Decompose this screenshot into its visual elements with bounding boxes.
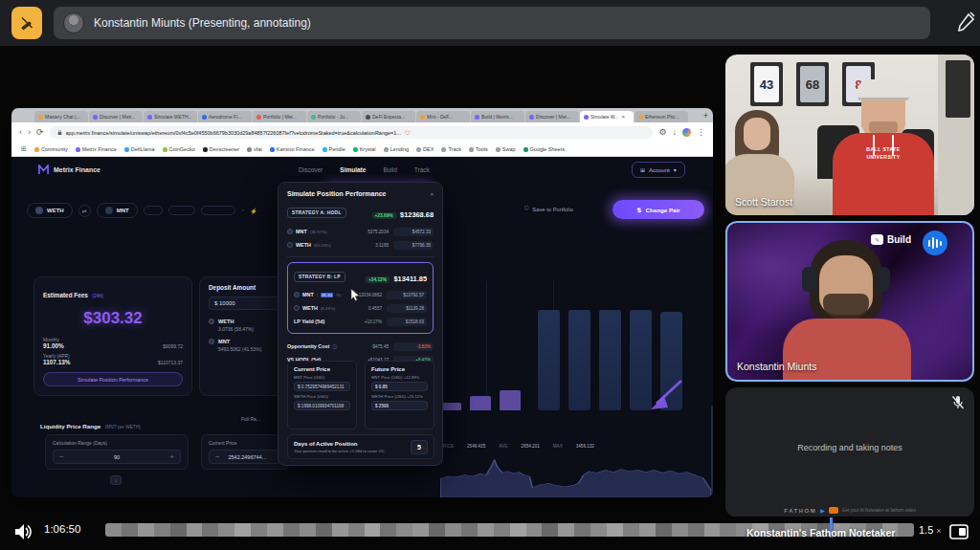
future-mnt-price-input[interactable]: $ 0.85 (371, 382, 428, 391)
tab-label: Portfolio - Ju... (318, 114, 348, 120)
bookmark-item[interactable]: Tools (469, 146, 488, 152)
speaking-indicator (923, 231, 947, 255)
browser-tab[interactable]: Discover | Metr... (89, 111, 143, 122)
browser-tab[interactable]: Build | Metrix... (471, 111, 524, 122)
save-to-portfolio-button[interactable]: ⛉Save to Portfolio (524, 206, 573, 212)
bookmark-item[interactable]: Track (441, 146, 461, 152)
playback-time: 1:06:50 (44, 523, 80, 535)
range-sync-button[interactable]: ↓ (110, 475, 122, 485)
calc-range-input[interactable]: − 90 + (53, 450, 181, 464)
bookmark-favicon (416, 147, 421, 152)
strategy-a-mnt-row: MNT (36.97%) 5375.2034 $4572.33 (287, 225, 434, 238)
participant-tile-fathom[interactable]: Recording and taking notes FATHOM ▶ Get … (725, 387, 974, 517)
modal-close-icon[interactable]: × (430, 191, 434, 197)
volume-icon[interactable] (13, 522, 33, 541)
app-logo[interactable]: Metrix Finance (38, 165, 100, 175)
simulate-position-button[interactable]: Simulate Position Performance (43, 372, 183, 386)
chart-toggle-icon[interactable]: ◔ (241, 208, 245, 213)
apps-grid-icon[interactable]: ⊞ (21, 145, 27, 153)
screen-share: Mastery Chat (...Discover | Metr...Simul… (11, 108, 713, 497)
fathom-logo-icon: ▶ (820, 507, 825, 514)
extensions-icon[interactable]: ⚙ (658, 128, 666, 137)
nav-simulate[interactable]: Simulate (340, 166, 366, 173)
participant-tile-scott[interactable]: 43688 BALL STATE UNIVERSITY Scott Staros… (725, 55, 974, 215)
strategy-a-pct: +23.69% (372, 212, 396, 219)
browser-tab[interactable]: Mint - DeF... (416, 111, 470, 122)
shield-extension-icon[interactable]: 🛡 (405, 130, 411, 136)
browser-tab[interactable]: Simulate W...× (580, 111, 634, 122)
bookmark-item[interactable]: Google Sheets (523, 146, 565, 152)
swap-tokens-icon[interactable]: ⇄ (78, 205, 91, 217)
future-price-card: Future Price MNT Price (USD) +12.89% $ 0… (365, 361, 434, 429)
bookmark-item[interactable]: Kamino Finance (270, 146, 315, 152)
participant-tile-konstantin[interactable]: ✎ Build Konstantin Miunts (725, 221, 974, 382)
fee-tier-pill[interactable] (144, 206, 163, 215)
address-pill[interactable] (201, 206, 235, 215)
bookmark-item[interactable]: Metrix Finance (76, 146, 117, 152)
annotation-toggle-button[interactable] (11, 7, 42, 39)
liquidity-bar-small (500, 390, 521, 410)
browser-tab[interactable]: Aerodrome Fi... (198, 111, 252, 122)
opportunity-cost-row: Opportunity Cost ⓘ -$475.45 -3.83% (287, 340, 434, 353)
downloads-icon[interactable]: ↓ (673, 128, 678, 137)
nav-discover[interactable]: Discover (299, 166, 323, 173)
reload-button[interactable]: ⟳ (36, 128, 44, 137)
browser-menu-icon[interactable]: ⋮ (697, 128, 705, 137)
browser-tab[interactable]: Mastery Chat (... (34, 111, 88, 122)
current-weth-price-input[interactable]: $ 1998.0109934701198 (294, 401, 350, 410)
bookmark-item[interactable]: DefiLlama (124, 146, 155, 152)
bookmark-favicon (203, 147, 208, 152)
full-range-toggle[interactable]: Full Ra... (241, 416, 260, 422)
app-scrollbar[interactable] (711, 406, 713, 497)
browser-tab[interactable]: Discover | Met... (525, 111, 579, 122)
playback-speed-button[interactable]: 1.5 × (919, 524, 942, 536)
nav-track[interactable]: Track (414, 166, 430, 173)
info-icon[interactable]: ⓘ (332, 343, 337, 349)
browser-tab[interactable]: DeFi Expecta... (362, 111, 415, 122)
bookmark-label: DefiLlama (131, 146, 155, 152)
token-a-selector[interactable]: WETH (27, 203, 73, 218)
price-pill[interactable] (168, 206, 195, 215)
bookmark-favicon (247, 147, 252, 152)
bookmark-item[interactable]: Pendle (323, 146, 345, 152)
bookmark-label: Swap (502, 146, 516, 152)
bookmark-item[interactable]: DEX (416, 146, 434, 152)
bookmark-item[interactable]: Swap (496, 146, 516, 152)
browser-tab[interactable]: Ethereum Pitc... (635, 111, 688, 122)
tab-close-icon[interactable]: × (621, 114, 625, 120)
participant-name: Scott Starost (735, 196, 792, 208)
browser-tab[interactable]: Portfolio | Met... (253, 111, 306, 122)
simulate-performance-modal: Simulate Position Performance × STRATEGY… (278, 182, 443, 466)
account-button[interactable]: ⊞ Account ▾ (632, 162, 685, 178)
profile-avatar[interactable] (682, 128, 691, 137)
nav-build[interactable]: Build (383, 166, 396, 173)
back-button[interactable]: ‹ (19, 128, 22, 137)
token-b-selector[interactable]: MNT (97, 203, 138, 218)
range-title: Liquidity Price Range (MNT per WETH) (40, 415, 141, 432)
participant-name: Konstantin Miunts (737, 361, 816, 372)
deposit-input[interactable]: $ 10000 (209, 297, 285, 310)
bookmark-item[interactable]: Community (34, 146, 68, 152)
browser-tab[interactable]: Simulate WETH... (144, 111, 197, 122)
annotate-pen-button[interactable] (955, 11, 976, 38)
browser-tab[interactable]: Portfolio - Ju... (307, 111, 361, 122)
days-input[interactable]: 5 (411, 440, 428, 454)
forward-button[interactable]: › (28, 128, 31, 137)
url-bar[interactable]: app.metrix.finance/simulate/uniswap/ethe… (50, 126, 654, 139)
annotation-arrow (643, 377, 687, 415)
current-price-input[interactable]: − 2542.2496744... (209, 450, 281, 464)
bookmark-item[interactable]: Krystal (353, 146, 376, 152)
bookmark-item[interactable]: Lending (384, 146, 410, 152)
bookmark-item[interactable]: Dexscreener (203, 146, 239, 152)
plus-button[interactable]: + (169, 453, 174, 461)
current-mnt-price-input[interactable]: $ 0.7529574989452131 (294, 382, 350, 391)
new-tab-button[interactable]: + (699, 110, 713, 122)
tab-favicon (256, 115, 261, 120)
bookmark-item[interactable]: CoinGecko (163, 146, 195, 152)
future-weth-price-input[interactable]: $ 2500 (371, 401, 428, 410)
miniplayer-icon[interactable] (949, 524, 969, 539)
change-pair-button[interactable]: ⇅Change Pair (612, 200, 704, 219)
presenter-pill[interactable]: Konstantin Miunts (Presenting, annotatin… (54, 7, 930, 39)
bolt-icon[interactable]: ⚡ (250, 208, 257, 214)
bookmark-item[interactable]: vfat (247, 146, 262, 152)
